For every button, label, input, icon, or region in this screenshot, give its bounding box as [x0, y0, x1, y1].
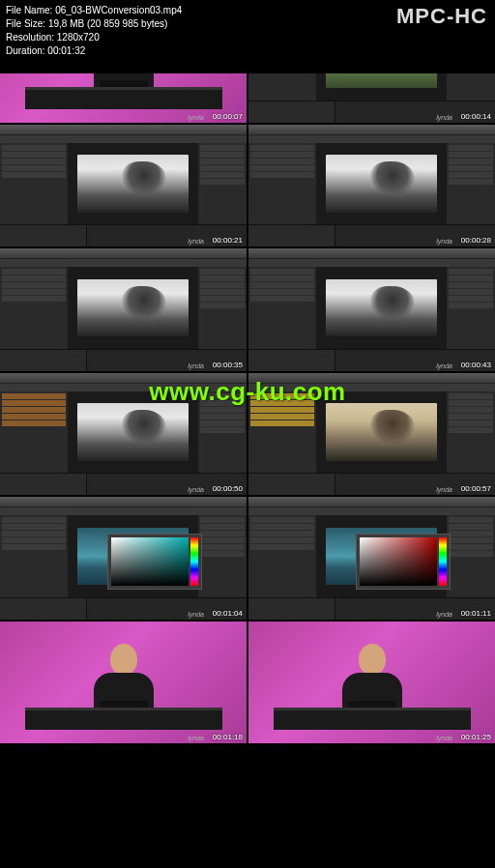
timeline-panel[interactable] — [0, 224, 247, 246]
effects-panel[interactable] — [197, 515, 247, 597]
composition-viewer[interactable] — [69, 143, 197, 225]
project-panel[interactable] — [248, 143, 317, 225]
menu-bar[interactable] — [248, 135, 495, 143]
brand-watermark: lynda — [436, 486, 452, 493]
project-panel[interactable] — [248, 267, 317, 349]
thumbnail[interactable]: 00:01:18lynda — [0, 622, 247, 744]
timeline-panel[interactable] — [0, 473, 247, 495]
preview-image — [326, 403, 437, 461]
color-field[interactable] — [111, 537, 189, 586]
project-panel[interactable] — [0, 267, 69, 349]
brand-watermark: lynda — [436, 611, 452, 618]
brand-watermark: lynda — [188, 238, 204, 245]
duration-value: 00:01:32 — [47, 45, 85, 56]
project-panel[interactable] — [0, 143, 69, 225]
effects-panel[interactable] — [446, 267, 495, 349]
composition-viewer[interactable] — [317, 267, 446, 349]
timeline-panel[interactable] — [248, 349, 495, 371]
file-name-value: 06_03-BWConversion03.mp4 — [55, 5, 182, 15]
timeline-panel[interactable] — [248, 597, 495, 620]
menu-bar[interactable] — [248, 259, 495, 267]
timeline-panel[interactable] — [248, 473, 495, 495]
effects-panel[interactable] — [446, 143, 495, 225]
effects-panel[interactable] — [197, 143, 247, 225]
thumbnail[interactable]: 00:00:35lynda — [0, 248, 247, 371]
color-field[interactable] — [360, 537, 437, 586]
duration-label: Duration: — [6, 45, 45, 56]
window-titlebar — [0, 248, 247, 259]
hue-slider[interactable] — [190, 537, 198, 586]
brand-watermark: lynda — [188, 611, 204, 618]
table — [274, 708, 471, 730]
timestamp: 00:01:25 — [461, 733, 491, 741]
window-titlebar — [248, 248, 495, 259]
brand-watermark: lynda — [188, 362, 204, 369]
brand-watermark: lynda — [188, 114, 204, 121]
composition-viewer[interactable] — [317, 143, 446, 225]
window-titlebar — [248, 125, 495, 135]
timestamp: 00:00:35 — [213, 361, 243, 369]
color-picker-dialog[interactable] — [107, 534, 202, 590]
timestamp: 00:01:04 — [213, 609, 243, 618]
file-size-value: 19,8 MB (20 859 985 bytes) — [48, 18, 167, 29]
menu-bar[interactable] — [0, 507, 247, 515]
effects-panel[interactable] — [197, 267, 247, 349]
window-titlebar — [0, 497, 247, 507]
composition-viewer[interactable] — [69, 515, 197, 597]
project-panel[interactable] — [248, 515, 317, 597]
timestamp: 00:00:57 — [461, 484, 491, 493]
resolution-value: 1280x720 — [57, 32, 100, 43]
thumbnail[interactable]: 00:01:11lynda — [248, 497, 495, 620]
window-titlebar — [248, 497, 495, 507]
timestamp: 00:01:11 — [461, 609, 491, 618]
table — [25, 708, 222, 730]
menu-bar[interactable] — [0, 135, 247, 143]
brand-watermark: lynda — [436, 114, 452, 121]
thumbnail[interactable]: 00:01:25lynda — [248, 622, 495, 744]
resolution-label: Resolution: — [6, 32, 54, 43]
timestamp: 00:00:50 — [213, 484, 243, 493]
thumbnail[interactable]: 00:01:04lynda — [0, 497, 247, 620]
brand-watermark: lynda — [188, 486, 204, 493]
player-logo: MPC-HC — [396, 4, 487, 29]
preview-image — [77, 279, 189, 337]
thumbnail[interactable]: 00:00:21lynda — [0, 125, 247, 247]
menu-bar[interactable] — [248, 507, 495, 515]
timestamp: 00:00:14 — [461, 112, 491, 121]
table — [25, 87, 222, 109]
project-panel[interactable] — [0, 515, 69, 597]
timestamp: 00:00:07 — [213, 112, 243, 121]
preview-image — [77, 403, 189, 461]
file-size-label: File Size: — [6, 18, 45, 29]
timestamp: 00:00:28 — [461, 236, 491, 245]
timestamp: 00:00:21 — [213, 236, 243, 245]
preview-image — [77, 155, 189, 213]
composition-viewer[interactable] — [69, 267, 197, 349]
timeline-panel[interactable] — [0, 349, 247, 371]
thumbnail[interactable]: 00:00:43lynda — [248, 248, 495, 371]
preview-image — [326, 155, 437, 213]
timeline-panel[interactable] — [0, 597, 247, 620]
timestamp: 00:00:43 — [461, 361, 491, 369]
timeline-panel[interactable] — [248, 101, 495, 123]
watermark-text: www.cg-ku.com — [149, 377, 345, 407]
brand-watermark: lynda — [436, 735, 452, 741]
file-name-label: File Name: — [6, 5, 52, 15]
project-panel[interactable] — [0, 391, 69, 474]
thumbnail[interactable]: 00:00:28lynda — [248, 125, 495, 247]
effects-panel[interactable] — [446, 391, 495, 474]
color-picker-dialog[interactable] — [356, 534, 451, 590]
brand-watermark: lynda — [436, 238, 452, 245]
hue-slider[interactable] — [439, 537, 447, 586]
thumbnail-grid: 00:00:07lyndamaccmd + opt + ywinctrl + a… — [0, 0, 495, 868]
timeline-panel[interactable] — [248, 224, 495, 246]
window-titlebar — [0, 125, 247, 135]
brand-watermark: lynda — [188, 735, 204, 741]
composition-viewer[interactable] — [317, 515, 446, 597]
file-info-overlay: MPC-HC File Name: 06_03-BWConversion03.m… — [0, 0, 495, 73]
brand-watermark: lynda — [436, 362, 452, 369]
timestamp: 00:01:18 — [213, 733, 243, 741]
preview-image — [326, 279, 437, 337]
menu-bar[interactable] — [0, 259, 247, 267]
effects-panel[interactable] — [446, 515, 495, 597]
